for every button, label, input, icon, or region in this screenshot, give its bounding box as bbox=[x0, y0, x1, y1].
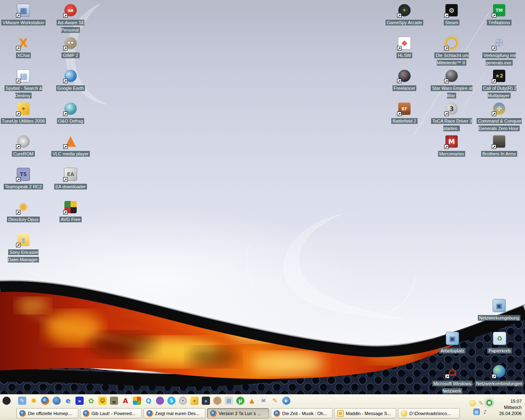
desktop-icon-oo-defrag[interactable]: ↗O&O Defrag bbox=[48, 102, 94, 124]
desktop-icon-netzwerkverbindungen[interactable]: ↗Netzwerkverbindungen bbox=[472, 364, 525, 387]
desktop-icon-label: Teamspeak 2 RC2 bbox=[4, 183, 43, 190]
desktop-icon-spybot-search-destroy[interactable]: ▤↗Spybot - Search & Destroy bbox=[1, 69, 46, 99]
desktop-icon-directory-opus[interactable]: ✺↗Directory Opus bbox=[0, 200, 46, 223]
tray-network-computers-icon[interactable]: ▣ bbox=[473, 409, 480, 415]
firefox-icon bbox=[210, 410, 217, 417]
quicklaunch-icq-flower-icon[interactable]: ✿ bbox=[87, 397, 95, 405]
desktop-icon-schlacht-um-mittelerde-ii[interactable]: ↗Die Schlacht um Mittelerde™ II bbox=[430, 36, 473, 66]
task-button-1[interactable]: Die offizielle Homep... bbox=[16, 408, 78, 418]
desktop-icon-label: VLC media player bbox=[51, 150, 89, 157]
desktop-icon-microsoft-windows-netzwerk[interactable]: ⌂↗Microsoft Windows-Netzwerk bbox=[425, 364, 480, 394]
shortcut-arrow-icon: ↗ bbox=[16, 46, 21, 50]
task-button-7[interactable]: D:\Downloads\inco... bbox=[398, 408, 460, 418]
directory-opus-icon: ✺↗ bbox=[16, 200, 30, 214]
shortcut-arrow-icon: ↗ bbox=[16, 177, 21, 182]
desktop-icon-brothers-in-arms[interactable]: ↗Brothers In Arms bbox=[476, 135, 522, 157]
taskbar-left: ✎✺e»✿☺▄AQS•✦▪▤µ▲✉✎▶ Die offizielle Homep… bbox=[0, 395, 468, 420]
desktop-icon-label: Microsoft Windows-Netzwerk bbox=[425, 379, 480, 394]
quicklaunch-flashget-icon[interactable]: » bbox=[75, 397, 84, 405]
desktop-icon-label: O&O Defrag bbox=[57, 117, 84, 124]
quick-launch-bar: ✎✺e»✿☺▄AQS•✦▪▤µ▲✉✎▶ bbox=[0, 395, 468, 407]
desktop-icon-vmware-workstation[interactable]: ▦↗VMware Workstation bbox=[0, 3, 46, 26]
desktop-icon-label: TuneUp Utilities 2006 bbox=[1, 117, 46, 124]
desktop-icon-avg-free[interactable]: ↗AVG Free bbox=[48, 200, 94, 223]
shortcut-arrow-icon: ↗ bbox=[397, 13, 402, 18]
arbeitsplatz-icon: ▣ bbox=[445, 331, 459, 345]
quicklaunch-mail-icon[interactable]: ✉ bbox=[259, 397, 267, 405]
desktop-icon-star-wars-empire-at-war[interactable]: ↗Star Wars Empire at War bbox=[429, 69, 475, 99]
quicklaunch-messenger-guy-icon[interactable]: ☺ bbox=[98, 397, 107, 405]
desktop-icon-arbeitsplatz[interactable]: ▣Arbeitsplatz bbox=[429, 331, 475, 354]
quicklaunch-skype-icon[interactable]: S bbox=[167, 397, 176, 405]
desktop-icon-curerom[interactable]: •↗CureROM bbox=[0, 135, 46, 157]
desktop-icon-battlefield-2[interactable]: BF↗Battlefield 2 bbox=[381, 102, 427, 124]
cnc-generals-zero-hour-icon: ✠↗ bbox=[492, 102, 506, 116]
desktop-icon-google-earth[interactable]: ↗Google Earth bbox=[48, 69, 94, 91]
desktop-icon-tmnations[interactable]: TM↗TmNations bbox=[476, 3, 522, 26]
desktop-icon-call-of-duty-2-multiplayer[interactable]: ★2↗Call of Duty(R) 2 Multiplayer bbox=[476, 69, 522, 99]
desktop-icon-ea-downloader[interactable]: EA↗EA downloader bbox=[48, 167, 94, 190]
desktop-icon-teamspeak-2-rc2[interactable]: TS↗Teamspeak 2 RC2 bbox=[0, 167, 46, 190]
quicklaunch-firefox-icon[interactable] bbox=[41, 397, 49, 405]
hlsw-icon: ❖↗ bbox=[397, 36, 411, 50]
quicklaunch-tuneup-keys-icon[interactable]: ✦ bbox=[190, 397, 199, 405]
quicklaunch-windows-media-player-icon[interactable]: ▶ bbox=[282, 397, 290, 405]
desktop-icon-toca-race-driver-3[interactable]: 3↗ToCA Race Driver 3 starten. bbox=[429, 102, 475, 132]
tray-volume-icon[interactable]: ♪ bbox=[482, 409, 488, 415]
quicklaunch-remote-monitor-icon[interactable]: ▪ bbox=[202, 397, 210, 405]
desktop-icon-freelancer[interactable]: ✈↗Freelancer bbox=[381, 69, 427, 91]
desktop-icon-label-text: ToCA Race Driver 3 starten. bbox=[431, 118, 472, 131]
tray-green-ring-icon[interactable] bbox=[486, 400, 492, 406]
quicklaunch-quicktime-icon[interactable]: Q bbox=[144, 397, 153, 405]
shortcut-arrow-icon: ↗ bbox=[63, 144, 68, 149]
quicklaunch-gnome-foot-icon[interactable] bbox=[2, 397, 11, 405]
desktop-icon-netzwerkumgebung[interactable]: ▣Netzwerkumgebung bbox=[476, 299, 522, 321]
quicklaunch-notes-blue-icon[interactable]: ✎ bbox=[18, 397, 26, 405]
desktop-icon-sony-ericsson-datei-manager[interactable]: ▮↗Sony Ericsson Datei-Manager bbox=[2, 233, 45, 263]
desktop-icon-verknuepfung-generals-exe[interactable]: ✠↗Verknüpfung mit generals.exe bbox=[477, 36, 522, 66]
quicklaunch-emule-icon[interactable] bbox=[213, 397, 221, 405]
tuneup-utilities-2006-icon: ✦↗ bbox=[16, 102, 30, 116]
desktop-icon-xchat[interactable]: X↗XChat bbox=[0, 36, 46, 59]
quicklaunch-thunderbird-icon[interactable] bbox=[52, 397, 61, 405]
firefox-icon bbox=[274, 410, 280, 417]
task-button-4[interactable]: Version 3 Ta Lun´s ... bbox=[207, 408, 269, 418]
task-button-3[interactable]: Zeigt mal euren Des... bbox=[144, 408, 205, 418]
quicklaunch-red-a-app-icon[interactable]: A bbox=[121, 397, 130, 405]
desktop-icon-cnc-generals-zero-hour[interactable]: ✠↗Command & Conquer Generals Zero Hour bbox=[473, 102, 525, 132]
desktop-icon-label-text: EA downloader bbox=[54, 184, 87, 189]
desktop-icon-vlc-media-player[interactable]: ↗VLC media player bbox=[48, 135, 94, 157]
desktop-icon-gamespy-arcade[interactable]: ✦↗GameSpy Arcade bbox=[381, 3, 427, 26]
oo-defrag-icon: ↗ bbox=[64, 102, 78, 116]
tray-paint-brush-icon[interactable]: ✎ bbox=[478, 400, 484, 406]
desktop-icon-hlsw[interactable]: ❖↗HLSW bbox=[381, 36, 427, 59]
desktop-icon-mercenaries[interactable]: M↗Mercenaries bbox=[429, 135, 475, 157]
quicklaunch-paint-brush-icon[interactable]: ✎ bbox=[271, 397, 279, 405]
desktop-icon-papierkorb[interactable]: ♻Papierkorb bbox=[477, 331, 523, 354]
quicklaunch-utorrent-icon[interactable]: µ bbox=[236, 397, 244, 405]
task-button-2[interactable]: Gib Laut! - Powered... bbox=[80, 408, 142, 418]
desktop-icon-tuneup-utilities-2006[interactable]: ✦↗TuneUp Utilities 2006 bbox=[0, 102, 46, 124]
quicklaunch-windows-update-icon[interactable] bbox=[133, 397, 141, 405]
quicklaunch-disc-burner-icon[interactable]: • bbox=[179, 397, 187, 405]
desktop-icon-ad-aware-se-personal[interactable]: se↗Ad-Aware SE Personal bbox=[48, 3, 94, 33]
quicklaunch-directory-opus-icon[interactable]: ✺ bbox=[30, 397, 38, 405]
quicklaunch-vlc-icon[interactable]: ▲ bbox=[248, 397, 256, 405]
desktop-icon-label-text: GameSpy Arcade bbox=[386, 20, 423, 25]
desktop-icon-steam[interactable]: ⚙↗Steam bbox=[429, 3, 475, 26]
task-button-6[interactable]: ▤Maddin - Message S... bbox=[334, 408, 396, 418]
shortcut-arrow-icon: ↗ bbox=[492, 374, 496, 379]
quicklaunch-chat-bubble-icon[interactable] bbox=[156, 397, 164, 405]
desktop-icon-label-text: O&O Defrag bbox=[57, 118, 84, 124]
quicklaunch-internet-explorer-icon[interactable]: e bbox=[64, 397, 72, 405]
task-button-row: Die offizielle Homep...Gib Laut! - Power… bbox=[0, 407, 468, 420]
task-button-5[interactable]: Die Zeit - Musik : Oh... bbox=[271, 408, 333, 418]
quicklaunch-tank-game-icon[interactable]: ▄ bbox=[110, 397, 118, 405]
tray-cd-burning-icon[interactable] bbox=[469, 400, 476, 406]
desktop-icon-label: Mercenaries bbox=[438, 150, 466, 157]
desktop-icon-gimp-2[interactable]: ••↗GIMP 2 bbox=[48, 36, 94, 59]
clock[interactable]: 15:07 Mittwoch 26.04.2006 bbox=[494, 398, 522, 417]
xchat-icon: X↗ bbox=[16, 36, 30, 50]
quicklaunch-tv-video-icon[interactable]: ▤ bbox=[225, 397, 233, 405]
shortcut-arrow-icon: ↗ bbox=[492, 79, 496, 83]
